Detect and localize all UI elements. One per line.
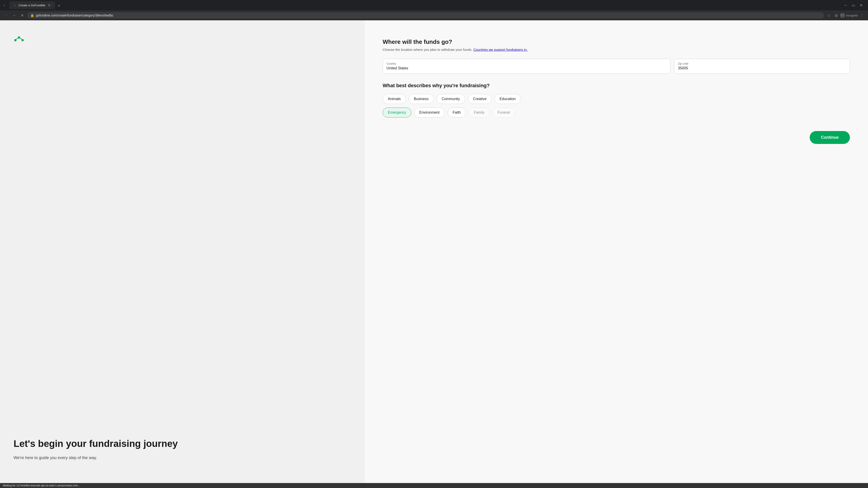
status-text: Waiting for 1s7vmel6xi.execute-api.us-ea… (3, 484, 80, 487)
logo (13, 34, 351, 42)
new-tab-button[interactable]: + (56, 3, 62, 9)
category-question: What best describes why you're fundraisi… (383, 83, 850, 89)
back-tab-button[interactable]: ‹ (3, 4, 6, 7)
category-pill-animals[interactable]: Animals (383, 94, 406, 104)
window-action-controls[interactable]: ─ ▭ ✕ (841, 4, 865, 7)
svg-point-2 (840, 13, 844, 18)
title-bar: ‹ C Create a GoFundMe ✕ + ─ ▭ ✕ (0, 0, 868, 10)
category-pill-family[interactable]: Family (469, 107, 490, 118)
category-pill-environment[interactable]: Environment (414, 107, 445, 118)
minimize-button[interactable]: ─ (844, 4, 847, 7)
right-panel: Where will the funds go? Choose the loca… (365, 20, 868, 488)
zip-field[interactable]: Zip code 35005 (674, 59, 850, 74)
hero-subtitle: We're here to guide you every step of th… (13, 455, 351, 461)
reload-button[interactable]: ✕ (19, 12, 25, 19)
country-value: United States (386, 66, 667, 70)
category-pill-community[interactable]: Community (436, 94, 465, 104)
tab-close-button[interactable]: ✕ (47, 3, 51, 7)
nav-actions: ☆ ⊟ Incognito ⋮ (826, 12, 865, 19)
window-controls[interactable]: ‹ (3, 4, 6, 7)
tab-favicon: C (13, 3, 17, 7)
category-pill-business[interactable]: Business (409, 94, 434, 104)
countries-link[interactable]: Countries we support fundraisers in. (473, 48, 528, 52)
status-bar: Waiting for 1s7vmel6xi.execute-api.us-ea… (0, 483, 868, 488)
bookmark-button[interactable]: ☆ (826, 12, 832, 19)
category-pill-creative[interactable]: Creative (468, 94, 492, 104)
category-pills-row1: AnimalsBusinessCommunityCreativeEducatio… (383, 94, 850, 104)
close-button[interactable]: ✕ (860, 4, 863, 7)
svg-point-4 (843, 14, 844, 15)
menu-button[interactable]: ⋮ (859, 12, 865, 19)
incognito-label: Incognito (846, 14, 858, 17)
gofundme-logo-icon (13, 34, 24, 42)
back-button[interactable]: ← (3, 12, 9, 19)
lock-icon: 🔒 (30, 13, 34, 17)
maximize-button[interactable]: ▭ (852, 4, 855, 7)
page-content: Let's begin your fundraising journey We'… (0, 20, 868, 488)
continue-row: Continue (383, 131, 850, 144)
nav-bar: ← → ✕ 🔒 gofundme.com/create/fundraiser/c… (0, 10, 868, 20)
continue-button[interactable]: Continue (810, 131, 850, 144)
left-content: Let's begin your fundraising journey We'… (13, 438, 351, 475)
split-screen-button[interactable]: ⊟ (833, 12, 839, 19)
category-pill-education[interactable]: Education (494, 94, 521, 104)
hero-title: Let's begin your fundraising journey (13, 438, 351, 449)
active-tab[interactable]: C Create a GoFundMe ✕ (9, 1, 55, 9)
incognito-icon (840, 13, 845, 18)
category-pill-faith[interactable]: Faith (447, 107, 466, 118)
category-pill-funeral[interactable]: Funeral (492, 107, 515, 118)
tabs-bar: C Create a GoFundMe ✕ + (8, 1, 839, 9)
address-bar[interactable]: 🔒 gofundme.com/create/fundraiser/categor… (27, 12, 824, 19)
where-funds-section: Where will the funds go? Choose the loca… (383, 38, 850, 59)
svg-text:C: C (14, 4, 16, 6)
url-text: gofundme.com/create/fundraiser/category/… (36, 13, 821, 17)
where-funds-title: Where will the funds go? (383, 38, 850, 45)
left-panel: Let's begin your fundraising journey We'… (0, 20, 365, 488)
browser-chrome: ‹ C Create a GoFundMe ✕ + ─ ▭ ✕ ← → (0, 0, 868, 20)
category-pill-emergency[interactable]: Emergency (383, 107, 411, 118)
forward-button[interactable]: → (11, 12, 17, 19)
tab-title: Create a GoFundMe (19, 4, 45, 7)
country-field[interactable]: Country United States (383, 59, 671, 74)
category-pills-row2: EmergencyEnvironmentFaithFamilyFuneral (383, 107, 850, 118)
where-funds-subtitle: Choose the location where you plan to wi… (383, 47, 850, 53)
zip-label: Zip code (678, 62, 846, 65)
svg-point-3 (841, 14, 842, 15)
zip-value: 35005 (678, 66, 846, 70)
location-form-row: Country United States Zip code 35005 (383, 59, 850, 74)
country-label: Country (386, 62, 667, 65)
incognito-badge: Incognito (840, 13, 858, 18)
